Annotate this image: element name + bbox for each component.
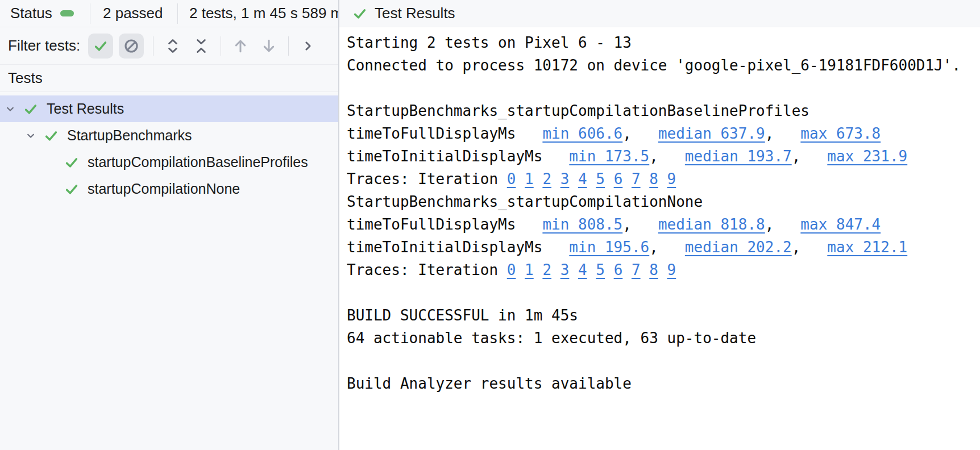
tree-item-label: Test Results — [47, 101, 124, 117]
status-label: Status — [10, 5, 52, 22]
console-link[interactable]: 5 — [596, 261, 605, 278]
console-title: Test Results — [375, 5, 455, 22]
console-link[interactable]: 1 — [525, 261, 534, 278]
console-line: Traces: Iteration 0 1 2 3 4 5 6 7 8 9 — [347, 168, 980, 190]
console-line: BUILD SUCCESSFUL in 1m 45s — [347, 304, 980, 327]
console-link[interactable]: 8 — [649, 261, 658, 278]
show-passed-button[interactable] — [88, 34, 113, 59]
console-text — [587, 261, 596, 278]
passed-count-segment: 2 passed — [90, 0, 177, 27]
console-link[interactable]: 6 — [614, 170, 623, 188]
console-line — [347, 281, 980, 304]
console-text: , — [792, 148, 828, 165]
console-link[interactable]: median 202.2 — [685, 239, 792, 256]
console-link[interactable]: median 818.8 — [658, 216, 765, 233]
console-link[interactable]: 7 — [632, 170, 641, 188]
console-link[interactable]: 7 — [632, 261, 641, 278]
console-link[interactable]: 0 — [507, 261, 516, 278]
console-link[interactable]: max 231.9 — [827, 148, 907, 165]
console-text: BUILD SUCCESSFUL in 1m 45s — [347, 307, 578, 324]
tree-item[interactable]: Test Results — [0, 95, 338, 122]
expand-all-button[interactable] — [160, 34, 185, 59]
console-link[interactable]: max 847.4 — [800, 216, 881, 233]
passed-check-icon — [43, 128, 59, 144]
previous-icon — [232, 38, 249, 55]
console-line: 64 actionable tasks: 1 executed, 63 up-t… — [347, 327, 980, 349]
console-link[interactable]: min 808.5 — [542, 216, 622, 233]
previous-occurrence-button[interactable] — [228, 34, 253, 59]
show-ignored-button[interactable] — [119, 34, 144, 59]
console-text: timeToInitialDisplayMs — [347, 239, 569, 256]
console-text: Connected to process 10172 on device 'go… — [347, 57, 961, 74]
console-header: Test Results — [339, 0, 980, 27]
console-link[interactable]: max 673.8 — [800, 125, 881, 142]
next-occurrence-button[interactable] — [256, 34, 281, 59]
console-line: Traces: Iteration 0 1 2 3 4 5 6 7 8 9 — [347, 259, 980, 281]
console-link[interactable]: 1 — [525, 170, 534, 188]
console-link[interactable]: 2 — [542, 261, 551, 278]
console-link[interactable]: 9 — [667, 170, 676, 188]
next-icon — [260, 38, 277, 55]
console-link[interactable]: 4 — [578, 170, 587, 188]
expand-all-icon — [164, 38, 181, 55]
console-link[interactable]: min 173.5 — [569, 148, 649, 165]
console-link[interactable]: 2 — [542, 170, 551, 188]
console-line: timeToFullDisplayMs min 606.6, median 63… — [347, 122, 980, 145]
console-text: , — [765, 216, 801, 233]
tree-item[interactable]: StartupBenchmarks — [0, 122, 338, 149]
console-link[interactable]: 8 — [649, 170, 658, 188]
tree-item[interactable]: startupCompilationBaselineProfiles — [0, 149, 338, 176]
console-text — [587, 170, 596, 188]
console-link[interactable]: 0 — [507, 170, 516, 188]
console-text: Starting 2 tests on Pixel 6 - 13 — [347, 34, 632, 51]
indent — [0, 152, 20, 173]
console-link[interactable]: 5 — [596, 170, 605, 188]
console-link[interactable]: min 606.6 — [542, 125, 622, 142]
console-link[interactable]: 3 — [560, 170, 570, 188]
tree-chevron-icon[interactable] — [24, 130, 37, 142]
tree-chevron-icon[interactable] — [4, 103, 16, 115]
collapse-all-icon — [193, 38, 210, 55]
console-line: Build Analyzer results available — [347, 372, 980, 395]
console-link[interactable]: 6 — [614, 261, 623, 278]
passed-check-icon — [93, 38, 109, 54]
console-text: timeToInitialDisplayMs — [347, 148, 569, 165]
summary-segment: 2 tests, 1 m 45 s 589 ms — [178, 0, 338, 27]
passed-check-icon — [352, 6, 368, 22]
console-text — [605, 170, 614, 188]
console-link[interactable]: 4 — [578, 261, 587, 278]
console-link[interactable]: median 637.9 — [658, 125, 765, 142]
divider — [153, 36, 153, 56]
console-link[interactable]: max 212.1 — [827, 239, 907, 256]
ignored-icon — [123, 38, 139, 54]
test-summary-label: 2 tests, 1 m 45 s 589 ms — [189, 5, 338, 22]
console-link[interactable]: min 195.6 — [569, 239, 649, 256]
console-text: StartupBenchmarks_startupCompilationBase… — [347, 102, 809, 119]
tree-item-label: startupCompilationBaselineProfiles — [88, 154, 308, 170]
tree-item-label: StartupBenchmarks — [67, 127, 192, 144]
console-line — [347, 77, 980, 99]
console-line: Connected to process 10172 on device 'go… — [347, 54, 980, 77]
indent — [0, 179, 20, 199]
console-text — [622, 170, 632, 188]
console-link[interactable]: 3 — [560, 261, 570, 278]
console-text: , — [649, 148, 685, 165]
tests-column-header: Tests — [0, 65, 338, 92]
console-line — [347, 349, 980, 372]
console-text: , — [622, 216, 658, 233]
tests-header-label: Tests — [8, 69, 43, 87]
console-link[interactable]: 9 — [667, 261, 676, 278]
console-link[interactable]: median 193.7 — [685, 148, 792, 165]
status-segment: Status — [0, 0, 90, 27]
test-tree-panel: Status 2 passed 2 tests, 1 m 45 s 589 ms… — [0, 0, 339, 450]
indent — [20, 179, 41, 199]
scroll-toolbar-right-button[interactable] — [296, 34, 321, 59]
console-text — [569, 170, 578, 188]
console-text — [641, 170, 650, 188]
scroll-right-icon — [300, 38, 316, 54]
collapse-all-button[interactable] — [189, 34, 214, 59]
console-text: Build Analyzer results available — [347, 375, 632, 392]
console-line: StartupBenchmarks_startupCompilationNone — [347, 190, 980, 213]
tree-item[interactable]: startupCompilationNone — [0, 176, 338, 202]
filter-tests-label: Filter tests: — [8, 37, 80, 55]
